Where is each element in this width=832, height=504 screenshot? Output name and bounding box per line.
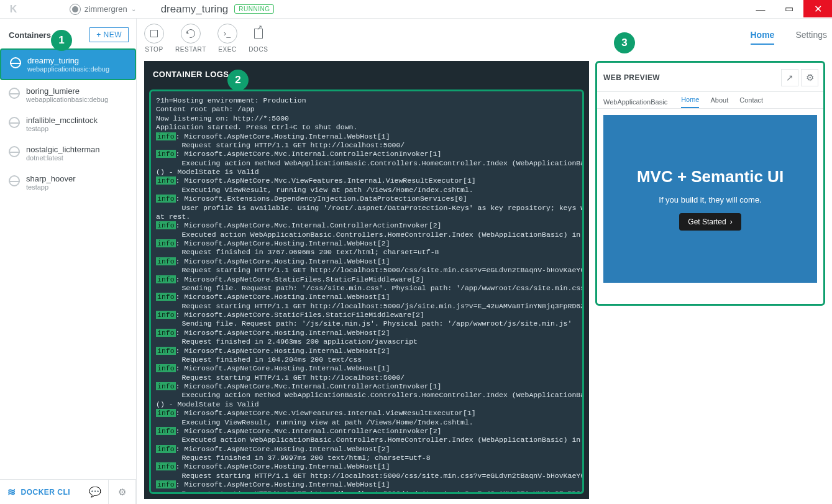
log-line: Request starting HTTP/1.1 GET http://loc… (156, 266, 577, 275)
log-line-text: User profile is available. Using '/root/… (156, 204, 584, 212)
log-line: info: Microsoft.AspNetCore.Hosting.Inter… (156, 239, 577, 248)
sidebar-item-infallible-mcclintock[interactable]: infallible_mcclintock testapp (0, 109, 136, 139)
log-line-text: Now listening on: http://*:5000 (156, 114, 289, 122)
log-line-text: Content root path: /app (156, 105, 255, 113)
window-minimize-button[interactable]: — (746, 0, 775, 17)
log-line-text: Request finished in 104.204ms 200 text/c… (156, 355, 362, 364)
log-line: Executing action method WebApplicationBa… (156, 159, 577, 168)
log-line-text: : Microsoft.AspNetCore.Mvc.Internal.Cont… (176, 427, 442, 435)
log-line: Sending file. Request path: '/js/site.mi… (156, 319, 577, 328)
restart-button[interactable]: RESTART (175, 24, 206, 53)
restart-label: RESTART (175, 46, 206, 53)
log-line: () - ModelState is Valid (156, 400, 577, 409)
log-level-badge: info (156, 364, 176, 372)
log-line: info: Microsoft.AspNetCore.StaticFiles.S… (156, 311, 577, 319)
page-title: dreamy_turing RUNNING (161, 3, 275, 16)
log-line: info: Microsoft.AspNetCore.Hosting.Inter… (156, 480, 577, 489)
container-state-icon (9, 146, 20, 157)
exec-button[interactable]: ›_ EXEC (217, 24, 237, 53)
container-name-title: dreamy_turing (161, 3, 229, 16)
sidebar-item-nostalgic-lichterman[interactable]: nostalgic_lichterman dotnet:latest (0, 139, 136, 168)
log-line: info: Microsoft.AspNetCore.Hosting.Inter… (156, 347, 577, 355)
preview-tab-about[interactable]: About (710, 96, 728, 108)
log-line: at rest. (156, 213, 577, 221)
log-level-badge: info (156, 132, 176, 140)
log-line-text: Request starting HTTP/1.1 GET http://loc… (156, 373, 405, 382)
log-line: ?1h=Hosting environment: Production (156, 96, 577, 105)
log-line: Executing ViewResult, running view at pa… (156, 418, 577, 427)
log-line-text: Executing ViewResult, running view at pa… (156, 418, 473, 426)
container-name: boring_lumiere (26, 86, 108, 96)
top-bar: K zimmergren ⌄ dreamy_turing RUNNING (0, 0, 832, 19)
log-line-text: ?1h=Hosting environment: Production (156, 96, 306, 104)
restart-icon (181, 24, 201, 44)
user-name: zimmergren (85, 4, 127, 14)
preview-hero: MVC + Semantic UI If you build it, they … (603, 115, 817, 283)
container-image: testapp (26, 183, 76, 191)
log-line: info: Microsoft.AspNetCore.Mvc.ViewFeatu… (156, 176, 577, 185)
log-line: info: Microsoft.AspNetCore.Hosting.Inter… (156, 132, 577, 141)
log-line-text: : Microsoft.AspNetCore.Hosting.Internal.… (176, 347, 390, 355)
stop-label: STOP (145, 46, 163, 53)
arrow-right-icon: › (730, 218, 733, 226)
log-line-text: : Microsoft.AspNetCore.StaticFiles.Stati… (176, 275, 424, 283)
docs-button[interactable]: DOCS (249, 24, 268, 53)
tab-home[interactable]: Home (751, 30, 775, 45)
log-level-badge: info (156, 382, 176, 390)
log-level-badge: info (156, 329, 176, 337)
sidebar-item-dreamy-turing[interactable]: dreamy_turing webapplicationbasic:debug (0, 48, 136, 80)
open-external-button[interactable]: ↗ (781, 69, 798, 86)
log-level-badge: info (156, 445, 176, 453)
log-level-badge: info (156, 150, 176, 158)
tab-settings[interactable]: Settings (795, 30, 827, 45)
log-line: Request starting HTTP/1.1 GET http://loc… (156, 302, 577, 311)
stop-icon (144, 24, 164, 44)
log-line: info: Microsoft.AspNetCore.Mvc.Internal.… (156, 221, 577, 230)
web-preview-panel: WEB PREVIEW ↗ ⚙ WebApplicationBasic Home… (595, 61, 825, 306)
log-level-badge: info (156, 409, 176, 417)
log-line-text: : Microsoft.AspNetCore.Hosting.Internal.… (176, 445, 390, 453)
preview-heading: WEB PREVIEW (603, 73, 660, 82)
docker-cli-label: DOCKER CLI (21, 488, 71, 497)
new-container-button[interactable]: + NEW (89, 27, 129, 42)
log-line-text: Request starting HTTP/1.1 GET http://loc… (156, 266, 584, 274)
log-line: Request starting HTTP/1.1 GET http://loc… (156, 373, 577, 382)
hero-subtitle: If you build it, they will come. (659, 195, 761, 204)
log-line-text: Executing action method WebApplicationBa… (156, 159, 584, 167)
log-line-text: at rest. (156, 213, 190, 221)
callout-1: 1 (51, 30, 72, 51)
log-line-text: Request starting HTTP/1.1 GET http://loc… (156, 302, 584, 310)
window-close-button[interactable]: ✕ (803, 0, 832, 17)
log-line-text: Request finished in 3767.0696ms 200 text… (156, 248, 439, 256)
container-state-icon (9, 175, 20, 186)
logs-output[interactable]: ?1h=Hosting environment: ProductionConte… (149, 89, 584, 494)
log-line: info: Microsoft.AspNetCore.Mvc.Internal.… (156, 150, 577, 158)
log-line-text: : Microsoft.AspNetCore.Hosting.Internal.… (176, 364, 390, 372)
user-menu[interactable]: zimmergren ⌄ (70, 0, 142, 18)
log-line-text: : Microsoft.AspNetCore.Hosting.Internal.… (176, 132, 390, 140)
log-line: Executing ViewResult, running view at pa… (156, 186, 577, 195)
window-controls: — ▭ ✕ (746, 0, 832, 17)
log-level-badge: info (156, 239, 176, 247)
log-line-text: : Microsoft.AspNetCore.Mvc.Internal.Cont… (176, 221, 442, 229)
log-line: info: Microsoft.AspNetCore.Hosting.Inter… (156, 257, 577, 266)
preview-tab-home[interactable]: Home (681, 96, 699, 108)
log-line-text: Request starting HTTP/1.1 GET http://loc… (156, 472, 584, 480)
log-line: info: Microsoft.AspNetCore.StaticFiles.S… (156, 275, 577, 284)
sidebar-item-sharp-hoover[interactable]: sharp_hoover testapp (0, 168, 136, 197)
log-line: Request starting HTTP/1.1 GET http://loc… (156, 490, 577, 495)
sidebar-footer: ≋ DOCKER CLI 💬 ⚙ (0, 479, 136, 504)
preview-settings-button[interactable]: ⚙ (801, 69, 818, 86)
get-started-button[interactable]: Get Started › (679, 213, 741, 231)
feedback-button[interactable]: 💬 (81, 480, 109, 504)
log-line-text: : Microsoft.AspNetCore.Hosting.Internal.… (176, 293, 390, 301)
settings-button[interactable]: ⚙ (109, 480, 136, 504)
log-line: Sending file. Request path: '/css/site.m… (156, 284, 577, 293)
preview-tab-contact[interactable]: Contact (739, 96, 763, 108)
sidebar-item-boring-lumiere[interactable]: boring_lumiere webapplicationbasic:debug (0, 80, 136, 109)
docker-cli-button[interactable]: ≋ DOCKER CLI (0, 486, 81, 498)
container-state-icon (9, 88, 20, 99)
window-maximize-button[interactable]: ▭ (775, 0, 803, 17)
hero-title: MVC + Semantic UI (637, 167, 784, 186)
stop-button[interactable]: STOP (144, 24, 164, 53)
